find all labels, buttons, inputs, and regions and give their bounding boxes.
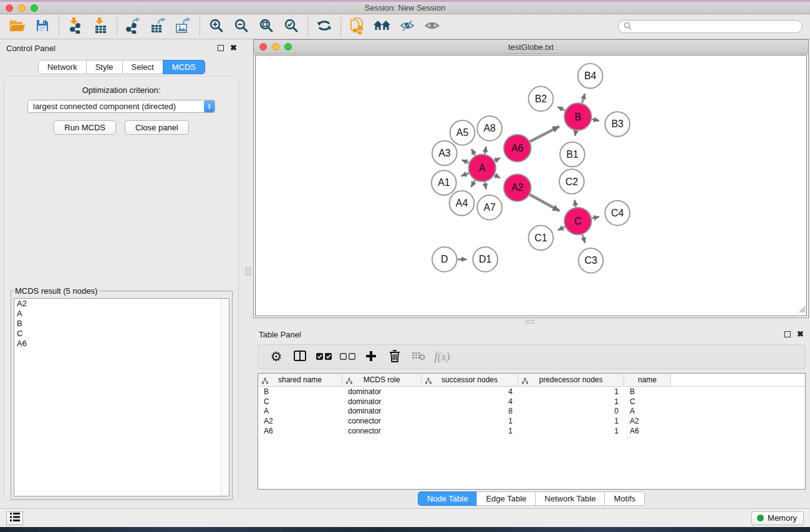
table-cell[interactable]: 4 [422,397,518,406]
graph-edge-A-A6[interactable] [494,158,500,161]
table-row[interactable]: Cdominator41C [258,397,805,407]
tab-motifs[interactable]: Motifs [604,491,645,506]
column-header-mcds-role[interactable]: MCDS role [342,374,422,386]
graph-edge-A6-B[interactable] [530,127,559,142]
table-cell[interactable]: B [258,387,342,396]
table-cell[interactable]: C [624,397,671,406]
list-item[interactable]: A6 [14,339,229,349]
close-panel-icon[interactable]: ✖ [797,331,804,337]
show-all-button[interactable] [420,16,445,37]
tab-select[interactable]: Select [122,60,163,74]
graph-edge-A-A7[interactable] [485,182,486,190]
zoom-fit-button[interactable] [254,16,279,37]
graph-edge-A-A4[interactable] [471,180,475,187]
scrollbar[interactable] [221,299,229,496]
table-cell[interactable]: 1 [422,417,518,425]
float-panel-icon[interactable] [784,331,791,337]
list-item[interactable]: C [14,329,229,339]
graph-edge-B-B1[interactable] [575,131,576,136]
graph-edge-C-C3[interactable] [582,235,585,243]
table-cell[interactable]: A6 [258,427,342,435]
close-network-window-button[interactable] [259,43,267,51]
run-mcds-button[interactable]: Run MCDS [54,120,116,135]
new-network-from-selection-button[interactable] [345,16,370,37]
delete-columns-button[interactable] [383,347,407,367]
zoom-selected-button[interactable] [279,16,304,37]
table-cell[interactable]: 1 [518,427,624,435]
graph-edge-C-C4[interactable] [592,216,599,218]
table-cell[interactable]: A6 [624,427,671,435]
graph-edge-A-A3[interactable] [461,160,469,163]
table-row[interactable]: Adominator80A [258,406,805,416]
float-panel-icon[interactable] [218,45,224,51]
hide-selected-button[interactable] [395,16,420,37]
search-input[interactable] [634,22,797,31]
global-search-field[interactable] [618,20,803,33]
table-cell[interactable]: dominator [342,397,422,406]
table-cell[interactable]: connector [342,427,422,435]
tab-edge-table[interactable]: Edge Table [476,491,536,506]
network-canvas[interactable]: AA1A2A3A4A5A6A7A8BB1B2B3B4CC1C2C3C4DD1 [255,55,807,316]
table-options-button[interactable]: ⚙ [264,347,288,367]
graph-edge-B-B2[interactable] [557,107,565,110]
minimize-window-button[interactable] [18,4,26,12]
export-table-button[interactable] [146,16,171,37]
graph-edge-C-C1[interactable] [557,227,565,230]
column-header-predecessor-nodes[interactable]: predecessor nodes [518,374,624,386]
zoom-out-button[interactable] [229,16,254,37]
table-row[interactable]: A6connector11A6 [258,426,805,436]
graph-edge-B-B4[interactable] [582,94,585,103]
window-resize-grip[interactable] [797,304,806,315]
list-item[interactable]: A [14,309,229,319]
column-header-name[interactable]: name [624,374,671,386]
graph-edge-A2-C[interactable] [530,195,560,211]
table-cell[interactable]: A2 [624,417,671,425]
tab-node-table[interactable]: Node Table [418,491,478,506]
task-history-button[interactable] [6,511,23,525]
zoom-network-window-button[interactable] [284,43,292,51]
close-window-button[interactable] [6,4,13,12]
table-cell[interactable]: 1 [518,417,624,425]
deselect-all-columns-button[interactable] [335,347,359,367]
export-network-button[interactable] [121,16,146,37]
graph-edge-A-A5[interactable] [471,149,475,156]
table-cell[interactable]: A [258,407,342,415]
list-item[interactable]: B [14,319,229,329]
graph-edge-A-A1[interactable] [461,173,469,176]
export-image-button[interactable] [171,16,196,37]
table-cell[interactable]: B [624,387,671,396]
import-network-button[interactable] [63,16,88,37]
first-neighbors-button[interactable] [370,16,395,37]
vertical-split-grip[interactable] [246,267,251,276]
table-cell[interactable]: connector [342,417,422,425]
table-cell[interactable]: 4 [422,387,518,396]
table-cell[interactable]: A [624,407,671,415]
table-cell[interactable]: dominator [342,407,422,415]
table-cell[interactable]: 8 [422,407,518,415]
criterion-select[interactable]: largest connected component (directed) ▲… [27,100,215,113]
tab-mcds[interactable]: MCDS [163,60,205,74]
delete-table-button[interactable] [407,347,430,367]
table-row[interactable]: Bdominator41B [258,387,805,397]
memory-button[interactable]: Memory [751,511,804,525]
horizontal-split-grip[interactable] [526,320,534,324]
zoom-window-button[interactable] [31,4,38,12]
import-table-button[interactable] [88,16,113,37]
graph-edge-B-B3[interactable] [592,119,599,120]
tab-network[interactable]: Network [38,60,87,74]
zoom-in-button[interactable] [204,16,229,37]
close-panel-button[interactable]: Close panel [125,120,189,135]
table-cell[interactable]: dominator [342,387,422,396]
tab-style[interactable]: Style [86,60,123,74]
function-builder-button[interactable]: f(x) [430,347,454,367]
table-cell[interactable]: C [258,397,342,406]
save-session-button[interactable] [30,16,55,37]
select-all-columns-button[interactable] [312,347,335,367]
open-session-button[interactable] [5,16,30,37]
create-column-button[interactable] [359,347,383,367]
column-header-successor-nodes[interactable]: successor nodes [422,374,518,386]
table-cell[interactable]: 0 [518,407,624,415]
refresh-view-button[interactable] [312,16,337,37]
graph-edge-A-A2[interactable] [494,175,500,178]
show-columns-button[interactable] [288,347,312,367]
